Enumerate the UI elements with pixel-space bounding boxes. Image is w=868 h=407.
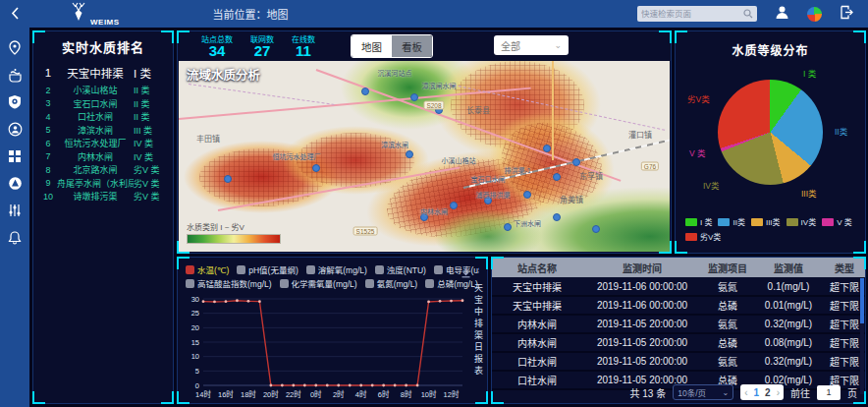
ranking-row[interactable]: 8 北京路水闸 劣V 类 — [33, 163, 173, 177]
station-dot[interactable] — [553, 213, 561, 221]
legend-label: III类 — [766, 216, 781, 227]
legend-swatch — [685, 218, 697, 226]
search-box — [637, 6, 757, 22]
station-dot[interactable] — [450, 202, 458, 209]
table-row[interactable]: 天宝中排渠2019-11-06 00:00:00氨氮0.1(mg/L)超下限 — [492, 277, 865, 296]
sliders-icon[interactable] — [7, 202, 24, 218]
location-pin-icon[interactable] — [7, 39, 24, 56]
table-row[interactable]: 内林水闸2019-11-05 20:00:00氨氮0.32(mg/L)超下限 — [492, 315, 865, 333]
station-dot[interactable] — [361, 87, 369, 95]
station-dot[interactable] — [572, 158, 580, 166]
page-number-button[interactable]: 2 — [765, 387, 771, 398]
parameter-label: pH值(无量纲) — [248, 263, 298, 275]
search-icon[interactable] — [743, 5, 753, 23]
station-dot[interactable] — [504, 223, 512, 231]
station-dot[interactable] — [553, 173, 561, 181]
parameter-checkbox[interactable]: 电导率(uS/cm) — [434, 263, 479, 275]
logout-icon[interactable] — [840, 5, 854, 24]
parameter-checkbox[interactable]: 化学需氧量(mg/L) — [280, 277, 357, 289]
ranking-row[interactable]: 5 漳滨水闸 III 类 — [33, 124, 173, 138]
shield-icon[interactable] — [7, 93, 24, 110]
svg-text:16时: 16时 — [218, 389, 234, 399]
legend-label: IV类 — [801, 216, 817, 227]
legend-label: 劣V类 — [700, 231, 721, 242]
table-cell: 超下限 — [824, 333, 865, 352]
table-row[interactable]: 口社水闸2019-11-05 20:00:00氨氮0.32(mg/L)超下限 — [492, 352, 865, 371]
page-size-select[interactable]: 10条/页 ⌄ — [673, 384, 733, 400]
parameter-label: 高锰酸盐指数(mg/L) — [197, 277, 272, 289]
map-header: 站点总数 34 联网数 27 在线数 11 地图 看板 全部 ⌄ — [178, 31, 671, 61]
table-row[interactable]: 天宝中排渠2019-11-06 00:00:00总磷0.01(mg/L)超下限 — [492, 296, 865, 315]
svg-text:0: 0 — [195, 381, 199, 390]
line-chart[interactable]: 05101520253014时16时18时20时22时0时2时4时6时8时10时… — [180, 291, 470, 407]
table-cell: 2019-11-06 00:00:00 — [582, 296, 702, 315]
pie-legend: I 类II类III类IV类V 类劣V类 — [685, 216, 860, 242]
user-icon[interactable] — [775, 5, 789, 24]
checkbox-icon — [186, 279, 194, 288]
station-dot[interactable] — [224, 175, 232, 183]
pie-legend-item[interactable]: I 类 — [685, 216, 712, 227]
goto-page-input[interactable] — [817, 385, 841, 400]
pie-legend-item[interactable]: IV类 — [787, 216, 817, 227]
legend-swatch — [751, 218, 763, 226]
download-icon[interactable] — [461, 264, 471, 282]
station-dot[interactable] — [406, 150, 413, 158]
station-dot[interactable] — [410, 93, 418, 101]
svg-text:15: 15 — [191, 338, 199, 347]
total-count-label: 共 13 条 — [630, 385, 667, 400]
water-monitor-icon[interactable] — [7, 67, 24, 84]
rank-number: 5 — [39, 125, 57, 135]
chevron-down-icon: ⌄ — [722, 388, 729, 397]
pie-legend-item[interactable]: II类 — [718, 216, 744, 227]
station-dot[interactable] — [543, 145, 551, 152]
pie-legend-item[interactable]: 劣V类 — [685, 231, 721, 242]
parameter-checkbox[interactable]: 高锰酸盐指数(mg/L) — [186, 277, 272, 289]
pie-slice-label: II类 — [835, 125, 847, 137]
prev-page-button[interactable]: ‹ — [744, 387, 747, 398]
ranking-row[interactable]: 1 天宝中排渠 I 类 — [33, 62, 173, 84]
table-cell: 2019-11-05 20:00:00 — [582, 315, 702, 333]
ranking-row[interactable]: 3 宝石口水闸 II 类 — [33, 97, 173, 111]
table-scrollbar — [860, 278, 864, 394]
goto-label: 前往 — [790, 385, 810, 400]
next-page-button[interactable]: › — [777, 387, 780, 398]
station-filter-dropdown[interactable]: 全部 ⌄ — [494, 35, 569, 55]
parameter-label: 浊度(NTU) — [387, 263, 426, 275]
ranking-row[interactable]: 9 舟尾亭水闸（水利局... 劣V 类 — [33, 177, 173, 191]
parameter-checkbox[interactable]: pH值(无量纲) — [237, 263, 298, 275]
legend-label: I 类 — [700, 216, 712, 227]
map-canvas[interactable]: 流域水质分析 水质类别 I ~ 劣V 沉溪河站点漳滨闸水闸漳滨水闸恒坑污水处理厂… — [179, 61, 670, 252]
parameter-checkbox[interactable]: 溶解氧(mg/L) — [306, 263, 367, 275]
town-label: 角美镇 — [560, 193, 583, 204]
parameter-checkbox[interactable]: 氨氮(mg/L) — [365, 277, 418, 289]
line-chart-panel: 水温(℃)pH值(无量纲)溶解氧(mg/L)浊度(NTU)电导率(uS/cm) … — [177, 257, 488, 404]
language-globe-icon[interactable] — [807, 7, 822, 22]
warning-circle-icon[interactable] — [7, 175, 24, 192]
parameter-checkbox[interactable]: 浊度(NTU) — [375, 263, 426, 275]
pie-legend-item[interactable]: V 类 — [822, 216, 852, 227]
station-dot[interactable] — [312, 164, 320, 172]
page-number-button[interactable]: 1 — [754, 387, 760, 398]
station-dot[interactable] — [523, 191, 531, 199]
tab-map[interactable]: 地图 — [352, 35, 392, 57]
table-row[interactable]: 内林水闸2019-11-05 20:00:00总磷0.08(mg/L)超下限 — [492, 333, 865, 352]
view-toggle: 地图 看板 — [351, 34, 433, 58]
ranking-row[interactable]: 7 内林水闸 IV 类 — [33, 150, 173, 164]
scrollbar-thumb[interactable] — [860, 278, 864, 323]
search-input[interactable] — [641, 9, 743, 19]
ranking-row[interactable]: 10 诗墩排污渠 劣V 类 — [33, 190, 173, 204]
back-button[interactable] — [0, 6, 29, 23]
ranking-row[interactable]: 2 小溪山格站 II 类 — [33, 84, 173, 97]
pie-legend-item[interactable]: III类 — [751, 216, 781, 227]
town-label: 丰田镇 — [196, 132, 220, 143]
parameter-checkbox[interactable]: 水温(℃) — [186, 263, 229, 275]
station-dot[interactable] — [592, 225, 600, 233]
ranking-row[interactable]: 4 口社水闸 II 类 — [33, 110, 173, 124]
road-line-orange — [552, 61, 554, 160]
tab-board[interactable]: 看板 — [392, 35, 432, 57]
pie-chart[interactable] — [718, 80, 823, 185]
user-circle-icon[interactable] — [7, 121, 24, 138]
bell-icon[interactable] — [7, 229, 24, 246]
apps-grid-icon[interactable] — [7, 147, 24, 164]
ranking-row[interactable]: 6 恒坑污水处理厂 IV 类 — [33, 137, 173, 150]
